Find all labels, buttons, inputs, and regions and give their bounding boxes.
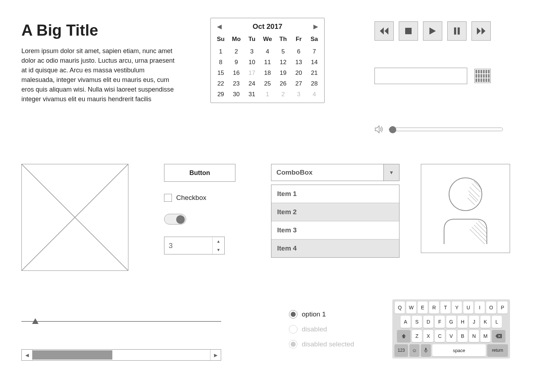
keyboard-key[interactable]: R bbox=[429, 301, 439, 314]
keyboard-key[interactable]: B bbox=[458, 330, 468, 342]
calendar-day[interactable]: 15 bbox=[213, 68, 229, 78]
calendar-day[interactable]: 10 bbox=[244, 57, 260, 68]
calendar-day[interactable]: 21 bbox=[306, 68, 322, 78]
list-item[interactable]: Item 2 bbox=[271, 203, 399, 221]
stop-button[interactable] bbox=[399, 21, 418, 41]
calendar-day[interactable]: 29 bbox=[213, 89, 229, 100]
keyboard-key[interactable]: F bbox=[435, 316, 445, 328]
fast-forward-button[interactable] bbox=[472, 21, 491, 41]
keyboard-key[interactable]: C bbox=[435, 330, 445, 342]
keyboard-key[interactable]: G bbox=[446, 316, 456, 328]
keyboard-emoji-key[interactable]: ☺ bbox=[409, 344, 419, 356]
keyboard-key[interactable]: Z bbox=[412, 330, 422, 342]
calendar-day[interactable]: 3 bbox=[244, 46, 260, 57]
calendar-day[interactable]: 27 bbox=[291, 78, 307, 89]
pause-button[interactable] bbox=[447, 21, 467, 41]
number-stepper[interactable]: 3 ▲ ▼ bbox=[164, 237, 225, 254]
calendar-day[interactable]: 24 bbox=[244, 78, 260, 89]
keyboard-key[interactable]: N bbox=[469, 330, 479, 342]
list-item[interactable]: Item 4 bbox=[271, 239, 399, 257]
keyboard-key[interactable]: T bbox=[440, 301, 450, 314]
keyboard-space-key[interactable]: space bbox=[432, 344, 486, 356]
calendar-day[interactable]: 28 bbox=[306, 78, 322, 89]
keyboard-return-key[interactable]: return bbox=[487, 344, 508, 356]
keyboard-key[interactable]: O bbox=[486, 301, 496, 314]
scroll-left-icon[interactable]: ◀ bbox=[22, 350, 32, 360]
checkbox-box[interactable] bbox=[164, 194, 172, 202]
calendar-day[interactable]: 11 bbox=[260, 57, 275, 68]
calendar-day[interactable]: 31 bbox=[244, 89, 260, 100]
calendar-day[interactable]: 9 bbox=[229, 57, 244, 68]
onscreen-keyboard[interactable]: QWERTYUIOP ASDFGHJKL ZXCVBNM 123 ☺ space… bbox=[392, 299, 510, 359]
scroll-right-icon[interactable]: ▶ bbox=[210, 350, 221, 360]
keyboard-key[interactable]: I bbox=[475, 301, 485, 314]
keyboard-key[interactable]: J bbox=[469, 316, 479, 328]
list-item[interactable]: Item 1 bbox=[271, 185, 399, 203]
keyboard-key[interactable]: K bbox=[480, 316, 490, 328]
calendar-day[interactable]: 23 bbox=[229, 78, 244, 89]
slider-thumb[interactable] bbox=[32, 318, 39, 324]
keyboard-key[interactable]: V bbox=[446, 330, 456, 342]
calendar-day[interactable]: 7 bbox=[306, 46, 322, 57]
date-input[interactable] bbox=[374, 68, 467, 84]
slider[interactable] bbox=[21, 317, 221, 326]
calendar-day[interactable]: 26 bbox=[275, 78, 291, 89]
keyboard-key[interactable]: U bbox=[463, 301, 473, 314]
chevron-down-icon[interactable]: ▼ bbox=[383, 164, 399, 181]
toggle-thumb[interactable] bbox=[176, 215, 185, 224]
list[interactable]: Item 1Item 2Item 3Item 4 bbox=[271, 185, 399, 258]
radio-option-1[interactable]: option 1 bbox=[289, 310, 354, 319]
keyboard-backspace-key[interactable] bbox=[492, 330, 505, 342]
calendar-day[interactable]: 4 bbox=[260, 46, 275, 57]
calendar-day[interactable]: 30 bbox=[229, 89, 244, 100]
checkbox[interactable]: Checkbox bbox=[164, 194, 235, 202]
keyboard-key[interactable]: W bbox=[406, 301, 416, 314]
calendar-day[interactable]: 4 bbox=[306, 89, 322, 100]
calendar[interactable]: ◀ Oct 2017 ▶ SuMoTuWeThFrSa 123456789101… bbox=[210, 18, 325, 103]
generic-button[interactable]: Button bbox=[164, 164, 235, 182]
keyboard-key[interactable]: L bbox=[492, 316, 502, 328]
horizontal-scrollbar[interactable]: ◀ ▶ bbox=[21, 349, 221, 361]
keyboard-key[interactable]: H bbox=[458, 316, 468, 328]
play-button[interactable] bbox=[423, 21, 442, 41]
stepper-up-icon[interactable]: ▲ bbox=[213, 237, 224, 246]
calendar-day[interactable]: 20 bbox=[291, 68, 307, 78]
scroll-thumb[interactable] bbox=[32, 350, 112, 360]
keyboard-key[interactable]: X bbox=[423, 330, 433, 342]
stepper-down-icon[interactable]: ▼ bbox=[213, 246, 224, 254]
toggle-switch[interactable] bbox=[164, 214, 186, 225]
calendar-day[interactable]: 18 bbox=[260, 68, 275, 78]
calendar-day[interactable]: 16 bbox=[229, 68, 244, 78]
calendar-day[interactable]: 5 bbox=[275, 46, 291, 57]
keyboard-key[interactable]: D bbox=[423, 316, 433, 328]
keyboard-key[interactable]: M bbox=[480, 330, 490, 342]
calendar-day[interactable]: 13 bbox=[291, 57, 307, 68]
keyboard-key[interactable]: Y bbox=[452, 301, 462, 314]
combobox[interactable]: ComboBox ▼ bbox=[271, 164, 399, 181]
keyboard-numbers-key[interactable]: 123 bbox=[394, 344, 408, 356]
calendar-day[interactable]: 1 bbox=[260, 89, 275, 100]
keyboard-key[interactable]: P bbox=[498, 301, 508, 314]
calendar-day[interactable]: 1 bbox=[213, 46, 229, 57]
calendar-day[interactable]: 2 bbox=[275, 89, 291, 100]
rewind-button[interactable] bbox=[374, 21, 394, 41]
list-item[interactable]: Item 3 bbox=[271, 221, 399, 239]
stepper-value[interactable]: 3 bbox=[164, 237, 212, 254]
calendar-day[interactable]: 12 bbox=[275, 57, 291, 68]
keyboard-key[interactable]: S bbox=[412, 316, 422, 328]
keyboard-key[interactable]: E bbox=[418, 301, 428, 314]
keyboard-shift-key[interactable] bbox=[397, 330, 411, 342]
scroll-track[interactable] bbox=[32, 350, 210, 360]
keyboard-key[interactable]: Q bbox=[395, 301, 405, 314]
volume-slider[interactable] bbox=[389, 128, 503, 131]
calendar-prev-icon[interactable]: ◀ bbox=[217, 23, 221, 30]
calendar-day[interactable]: 8 bbox=[213, 57, 229, 68]
calendar-next-icon[interactable]: ▶ bbox=[314, 23, 318, 30]
calendar-day[interactable]: 3 bbox=[291, 89, 307, 100]
calendar-day[interactable]: 14 bbox=[306, 57, 322, 68]
keyboard-mic-key[interactable] bbox=[421, 344, 431, 356]
calendar-day[interactable]: 25 bbox=[260, 78, 275, 89]
calendar-day[interactable]: 22 bbox=[213, 78, 229, 89]
calendar-day[interactable]: 6 bbox=[291, 46, 307, 57]
calendar-day[interactable]: 2 bbox=[229, 46, 244, 57]
